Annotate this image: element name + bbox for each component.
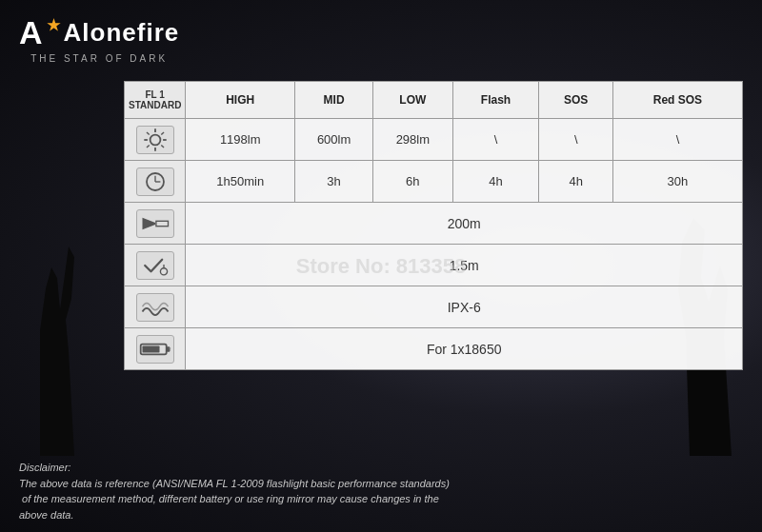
brightness-icon	[136, 126, 174, 154]
lumens-sos: \	[539, 119, 612, 161]
impact-icon	[136, 251, 174, 280]
logo-a: A	[19, 14, 45, 51]
impact-value: 1.5m	[186, 245, 743, 286]
runtime-mid: 3h	[295, 161, 373, 203]
logo: A ★ Alonefire THE STAR OF DARK	[19, 14, 743, 64]
distance-row: 200m	[125, 203, 743, 245]
clock-svg	[138, 168, 172, 195]
brand-name: A ★ Alonefire	[19, 14, 179, 51]
runtime-red-sos: 30h	[612, 161, 742, 203]
battery-icon-cell	[125, 328, 186, 370]
runtime-high: 1h50min	[186, 161, 295, 203]
svg-point-0	[150, 134, 160, 145]
svg-line-7	[161, 131, 164, 134]
logo-tagline: THE STAR OF DARK	[19, 53, 179, 64]
svg-line-6	[161, 145, 164, 148]
svg-rect-17	[142, 345, 159, 352]
impact-svg	[138, 252, 172, 279]
battery-icon	[136, 335, 174, 364]
battery-svg	[138, 336, 172, 363]
silhouette-left	[29, 246, 86, 456]
waterproof-value: IPX-6	[186, 286, 743, 328]
lumens-high: 1198lm	[186, 119, 295, 161]
runtime-low: 6h	[373, 161, 452, 203]
water-svg	[138, 294, 172, 321]
battery-value: For 1x18650	[186, 328, 743, 370]
svg-rect-18	[166, 346, 170, 351]
distance-value: 200m	[186, 203, 743, 245]
clock-icon-cell	[125, 161, 186, 203]
header-red-sos: Red SOS	[612, 82, 742, 119]
disclaimer-text: The above data is reference (ANSI/NEMA F…	[19, 476, 743, 523]
svg-rect-13	[156, 221, 169, 226]
battery-row: For 1x18650	[125, 328, 743, 370]
runtime-flash: 4h	[452, 161, 539, 203]
table-header-row: FL 1 STANDARD HIGH MID LOW Flash SOS Red…	[125, 82, 743, 119]
header-sos: SOS	[539, 82, 612, 119]
impact-icon-cell	[125, 245, 186, 286]
svg-marker-12	[142, 217, 155, 229]
header-mid: MID	[295, 82, 373, 119]
svg-line-8	[147, 145, 150, 148]
water-icon-cell	[125, 286, 186, 328]
logo-rest: Alonefire	[64, 18, 180, 48]
runtime-row: 1h50min 3h 6h 4h 4h 30h	[125, 161, 743, 203]
svg-line-5	[147, 131, 150, 134]
beam-svg	[138, 210, 172, 237]
water-icon	[136, 293, 174, 322]
brightness-icon-cell	[125, 119, 186, 161]
disclaimer-title: Disclaimer:	[19, 460, 743, 476]
header: A ★ Alonefire THE STAR OF DARK	[0, 0, 762, 76]
header-high: HIGH	[186, 82, 295, 119]
main-content: FL 1 STANDARD HIGH MID LOW Flash SOS Red…	[124, 81, 743, 370]
lumens-low: 298lm	[373, 119, 452, 161]
disclaimer: Disclaimer: The above data is reference …	[19, 460, 743, 522]
lumens-row: 1198lm 600lm 298lm \ \ \	[125, 119, 743, 161]
runtime-sos: 4h	[539, 161, 612, 203]
clock-icon	[136, 167, 174, 196]
logo-text: A ★ Alonefire THE STAR OF DARK	[19, 14, 179, 64]
beam-icon-cell	[125, 203, 186, 245]
lumens-flash: \	[452, 119, 539, 161]
impact-row: 1.5m	[125, 245, 743, 286]
waterproof-row: IPX-6	[125, 286, 743, 328]
beam-icon	[136, 209, 174, 238]
lumens-red-sos: \	[612, 119, 742, 161]
header-low: LOW	[373, 82, 452, 119]
logo-star: ★	[47, 16, 62, 34]
header-flash: Flash	[452, 82, 539, 119]
header-standard: FL 1 STANDARD	[125, 82, 186, 119]
lumens-mid: 600lm	[295, 119, 373, 161]
svg-point-14	[160, 267, 167, 274]
brightness-svg	[138, 127, 172, 153]
spec-table: FL 1 STANDARD HIGH MID LOW Flash SOS Red…	[124, 81, 743, 370]
